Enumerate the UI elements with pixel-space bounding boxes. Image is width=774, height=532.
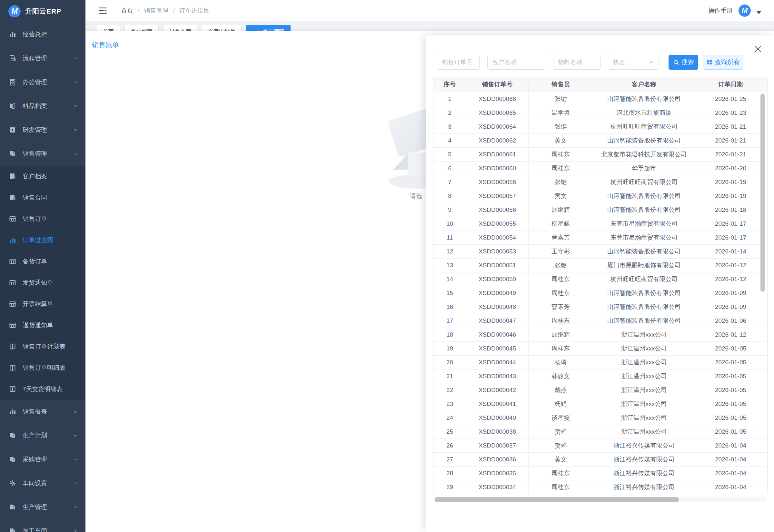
sidebar-item-流程管理[interactable]: 流程管理 xyxy=(0,46,85,70)
sidebar-item-label: 开票结算单 xyxy=(23,300,53,308)
cell-order-no: XSDD000056 xyxy=(466,203,529,217)
sidebar-item-销售管理[interactable]: 销售管理 xyxy=(0,142,85,166)
gear-icon xyxy=(8,479,17,488)
sidebar-item-label: 销售管理 xyxy=(23,150,47,158)
col-header: 订单日期 xyxy=(695,77,766,92)
sidebar-item-退货通知单[interactable]: 退货通知单 xyxy=(0,315,85,336)
table-row[interactable]: 27 XSDD000036 黄文 浙江裕兴传媒有限公司 2026-01-04 xyxy=(433,453,767,467)
sidebar-item-销售报表[interactable]: 销售报表 xyxy=(0,400,85,424)
sidebar-item-订单进度图[interactable]: 订单进度图 xyxy=(0,230,85,251)
sidebar-item-经营总控[interactable]: 经营总控 xyxy=(0,23,85,46)
sidebar-item-label: 经营总控 xyxy=(23,30,47,39)
customer-name-input[interactable] xyxy=(487,55,545,70)
table-row[interactable]: 15 XSDD000049 周桂东 山河智能装备股份有限公司 2026-01-0… xyxy=(433,286,767,300)
table-header-row: 序号 销售订单号 销售员 客户名称 订单日期 xyxy=(433,77,767,92)
cell-customer: 杭州旺旺旺商贸有限公司 xyxy=(593,175,695,189)
table-row[interactable]: 26 XSDD000037 贺蝉 浙江裕兴传媒有限公司 2026-01-04 xyxy=(433,439,767,453)
table-row[interactable]: 4 XSDD000062 黄文 山河智能装备股份有限公司 2026-01-21 xyxy=(433,134,767,148)
table-row[interactable]: 13 XSDD000051 张键 厦门市黑眼睛服饰有限公司 2026-01-12 xyxy=(433,259,767,272)
sidebar-item-料品档案[interactable]: 料品档案 xyxy=(0,94,85,118)
table-row[interactable]: 23 XSDD000041 杨娟 浙江温州xxx公司 2026-01-05 xyxy=(433,397,767,411)
table-row[interactable]: 19 XSDD000045 周桂东 浙江温州xxx公司 2026-01-05 xyxy=(433,342,767,356)
app-logo: M 升阳云ERP xyxy=(0,0,85,23)
cell-salesperson: 周桂东 xyxy=(529,467,593,480)
sidebar-item-生产计划[interactable]: 生产计划 xyxy=(0,424,85,448)
table-row[interactable]: 22 XSDD000042 戴燕 浙江温州xxx公司 2026-01-05 xyxy=(433,383,767,397)
table-row[interactable]: 11 XSDD000054 曹素芳 东莞市星瀚商贸有限公司 2026-01-17 xyxy=(433,231,767,245)
search-button[interactable]: 搜索 xyxy=(669,55,698,70)
sidebar-item-销售订单计划表[interactable]: 销售订单计划表 xyxy=(0,336,85,357)
sidebar-item-销售合同[interactable]: 销售合同 xyxy=(0,187,85,208)
table-row[interactable]: 18 XSDD000046 屈继辉 浙江温州xxx公司 2026-01-12 xyxy=(433,328,767,342)
sidebar-item-销售订单明细表[interactable]: 销售订单明细表 xyxy=(0,357,85,379)
close-icon[interactable] xyxy=(753,44,762,54)
table-row[interactable]: 2 XSDD000065 温学勇 河北衡水市红旗商厦 2026-01-23 xyxy=(433,106,767,120)
cell-order-no: XSDD000062 xyxy=(466,134,529,148)
cell-date: 2026-01-05 xyxy=(695,356,766,369)
cell-customer: 河北衡水市红旗商厦 xyxy=(593,106,695,120)
sidebar-item-销售订单[interactable]: 销售订单 xyxy=(0,208,85,230)
table-row[interactable]: 1 XSDD000066 张键 山河智能装备股份有限公司 2026-01-25 xyxy=(433,92,767,106)
cell-customer: 华孚超市 xyxy=(593,162,695,175)
sidebar-item-备货订单[interactable]: 备货订单 xyxy=(0,251,85,272)
sales-orders-table: 序号 销售订单号 销售员 客户名称 订单日期 1 XSDD000066 张键 山… xyxy=(433,77,768,494)
horizontal-scrollbar[interactable] xyxy=(435,497,679,502)
query-all-button[interactable]: 查询所有 xyxy=(703,55,743,70)
sidebar-item-生产管理[interactable]: 生产管理 xyxy=(0,495,85,519)
material-name-input[interactable] xyxy=(553,55,601,70)
table-icon xyxy=(8,321,17,330)
table-row[interactable]: 5 XSDD000061 周桂东 北京都市花语科技开发有限公司 2026-01-… xyxy=(433,148,767,162)
cell-seq: 23 xyxy=(433,397,466,411)
cell-seq: 4 xyxy=(433,134,466,148)
table-row[interactable]: 25 XSDD000038 贺蝉 浙江温州xxx公司 2026-01-05 xyxy=(433,425,767,439)
vertical-scrollbar[interactable] xyxy=(760,94,765,292)
cell-seq: 1 xyxy=(433,92,466,106)
table-icon xyxy=(8,279,17,287)
table-row[interactable]: 16 XSDD000048 曹素芳 山河智能装备股份有限公司 2026-01-0… xyxy=(433,300,767,314)
sidebar-item-车间设置[interactable]: 车间设置 xyxy=(0,471,85,495)
sidebar-item-加工车间[interactable]: 加工车间 xyxy=(0,519,85,532)
report-icon xyxy=(8,342,17,351)
breadcrumb-module[interactable]: 销售管理 xyxy=(144,6,168,15)
table-row[interactable]: 9 XSDD000056 屈继辉 山河智能装备股份有限公司 2026-01-18 xyxy=(433,203,767,217)
table-row[interactable]: 6 XSDD000060 周桂东 华孚超市 2026-01-20 xyxy=(433,162,767,175)
sidebar-item-研发管理[interactable]: 研发管理 xyxy=(0,118,85,142)
avatar[interactable]: M xyxy=(739,5,751,17)
caret-down-icon[interactable] xyxy=(757,11,761,14)
table-row[interactable]: 20 XSDD000044 杨琦 浙江温州xxx公司 2026-01-05 xyxy=(433,356,767,369)
table-row[interactable]: 24 XSDD000040 谈孝笑 浙江温州xxx公司 2026-01-05 xyxy=(433,411,767,425)
dev-icon xyxy=(8,126,17,134)
cell-customer: 山河智能装备股份有限公司 xyxy=(593,286,695,300)
table-row[interactable]: 3 XSDD000064 张键 杭州旺旺旺商贸有限公司 2026-01-21 xyxy=(433,120,767,134)
table-row[interactable]: 10 XSDD000055 柳星稣 东莞市星瀚商贸有限公司 2026-01-17 xyxy=(433,217,767,231)
status-select[interactable]: 状态 xyxy=(608,55,659,70)
cell-seq: 24 xyxy=(433,411,466,425)
chart-icon xyxy=(8,236,17,244)
manual-link[interactable]: 操作手册 xyxy=(708,6,733,15)
cell-date: 2026-01-04 xyxy=(695,439,766,453)
grid-icon xyxy=(707,59,712,65)
order-no-input[interactable] xyxy=(437,55,480,70)
cell-customer: 浙江裕兴传媒有限公司 xyxy=(593,480,695,494)
chart-icon xyxy=(8,30,17,39)
breadcrumb-home[interactable]: 首页 xyxy=(121,6,133,15)
table-row[interactable]: 17 XSDD000047 周桂东 山河智能装备股份有限公司 2026-01-0… xyxy=(433,314,767,328)
cell-seq: 27 xyxy=(433,453,466,467)
table-row[interactable]: 8 XSDD000057 黄文 山河智能装备股份有限公司 2026-01-19 xyxy=(433,189,767,203)
sidebar-item-发货通知单[interactable]: 发货通知单 xyxy=(0,272,85,293)
cell-order-no: XSDD000044 xyxy=(466,356,529,369)
table-row[interactable]: 12 XSDD000053 王守彬 山河智能装备股份有限公司 2026-01-1… xyxy=(433,245,767,259)
table-row[interactable]: 21 XSDD000043 韩静文 浙江温州xxx公司 2026-01-05 xyxy=(433,369,767,383)
table-row[interactable]: 28 XSDD000035 周桂东 浙江裕兴传媒有限公司 2026-01-04 xyxy=(433,467,767,480)
sidebar-item-7天交货明细表[interactable]: 7天交货明细表 xyxy=(0,379,85,400)
table-row[interactable]: 29 XSDD000034 周桂东 浙江裕兴传媒有限公司 2026-01-04 xyxy=(433,480,767,494)
sidebar-item-采购管理[interactable]: 采购管理 xyxy=(0,448,85,471)
sidebar-item-办公管理[interactable]: 办公管理 xyxy=(0,70,85,94)
table-row[interactable]: 7 XSDD000058 张键 杭州旺旺旺商贸有限公司 2026-01-19 xyxy=(433,175,767,189)
sidebar-item-开票结算单[interactable]: 开票结算单 xyxy=(0,293,85,315)
collapse-menu-icon[interactable] xyxy=(98,6,107,15)
cell-salesperson: 韩静文 xyxy=(529,369,593,383)
table-row[interactable]: 14 XSDD000050 周桂东 杭州旺旺旺商贸有限公司 2026-01-12 xyxy=(433,272,767,286)
sidebar-item-客户档案[interactable]: 客户档案 xyxy=(0,166,85,187)
sidebar: M 升阳云ERP 经营总控 流程管理 办公管理 料品档案 研发管理 销售管理 客… xyxy=(0,0,85,532)
